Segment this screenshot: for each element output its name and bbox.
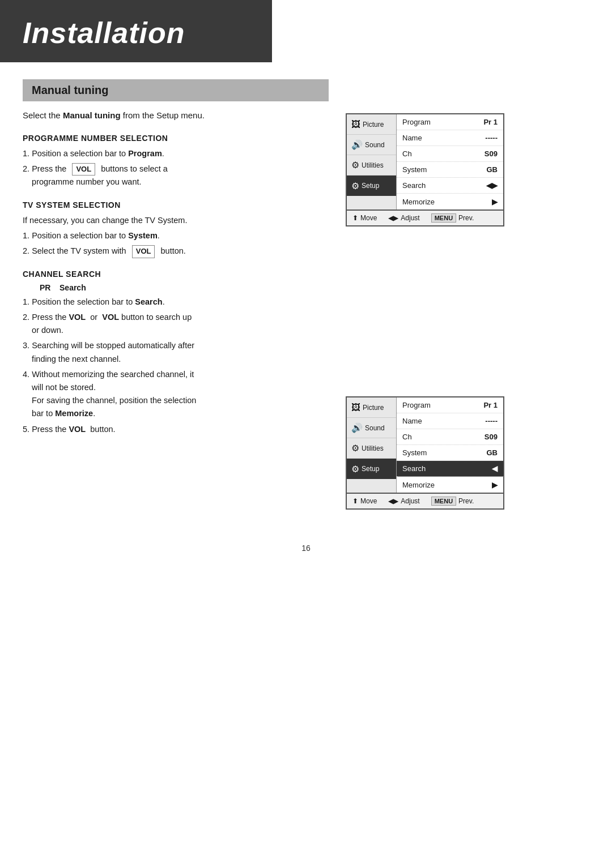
sidebar2-label-picture: Picture [363,404,384,412]
row-value-ch: S09 [484,149,498,158]
menu2-row-program: Program Pr 1 [397,397,503,413]
adjust2-arrow-icon: ◀▶ [388,497,398,505]
menu2-row-ch: Ch S09 [397,429,503,445]
move-arrow-icon: ⬆ [352,214,358,222]
subsection-title-channelsearch: CHANNEL SEARCH [23,270,329,279]
bottom-prev: MENU Prev. [431,213,474,223]
move-label: Move [360,214,377,222]
prev2-label: Prev. [458,497,474,505]
sidebar-label-setup: Setup [362,182,379,190]
subsection-channelsearch: CHANNEL SEARCH PR Search Position the se… [23,270,329,436]
adjust2-label: Adjust [401,497,419,505]
row2-value-system: GB [487,448,498,457]
menu2-row-system: System GB [397,445,503,461]
menu-key-icon: MENU [431,213,456,223]
sound-icon: 🔊 [351,139,363,150]
bottom2-move: ⬆ Move [352,497,377,505]
bottom2-prev: MENU Prev. [431,497,474,506]
menu2-row-name: Name ----- [397,413,503,429]
menu1-row-memorize: Memorize ▶ [397,194,503,209]
bottom-adjust: ◀▶ Adjust [388,214,419,222]
page-header: Installation [0,0,272,62]
adjust-arrow-icon: ◀▶ [388,214,398,222]
intro-text: Select the Manual tuning from the Setup … [23,109,329,122]
list-item: Press the VOL button. [23,423,329,436]
list-item: Position a selection bar to System. [23,229,329,242]
menu2-rows: Program Pr 1 Name ----- Ch S09 System [397,397,503,493]
menu1-row-system: System GB [397,162,503,178]
subsection-title-tvsystem: TV SYSTEM SELECTION [23,200,329,209]
sidebar-item-setup: ⚙ Setup [347,176,396,196]
sidebar-label-utilities: Utilities [362,161,384,169]
row2-label-memorize: Memorize [402,481,435,489]
sound2-icon: 🔊 [351,422,363,433]
bottom-move: ⬆ Move [352,214,377,222]
sidebar-item-utilities: ⚙ Utilities [347,155,396,176]
row-value-search: ◀▶ [486,181,498,190]
menu1-rows: Program Pr 1 Name ----- Ch S09 System [397,114,503,209]
sidebar2-item-sound: 🔊 Sound [347,418,396,438]
tvsystem-list: Position a selection bar to System. Sele… [23,229,329,258]
menu2-row-memorize: Memorize ▶ [397,477,503,493]
utilities-icon: ⚙ [351,160,359,170]
row2-value-search: ◀ [492,464,498,473]
prev-label: Prev. [458,214,474,222]
row2-label-name: Name [402,417,422,425]
intro-bold: Manual tuning [63,110,121,120]
tvsystem-para: If necessary, you can change the TV Syst… [23,214,329,227]
row2-label-ch: Ch [402,433,412,441]
utilities2-icon: ⚙ [351,443,359,454]
menu1-row-name: Name ----- [397,130,503,146]
row-value-memorize: ▶ [492,198,498,206]
menu-panel-1: 🖼 Picture 🔊 Sound ⚙ Utilities ⚙ [346,113,504,226]
row2-value-ch: S09 [484,433,498,441]
row2-label-program: Program [402,401,431,409]
subsection-tvsystem: TV SYSTEM SELECTION If necessary, you ca… [23,200,329,258]
list-item: Press the VOL buttons to select a progra… [23,163,329,189]
page-number: 16 [0,544,612,553]
list-item: Select the TV system with VOL button. [23,245,329,258]
row-label-program: Program [402,118,431,126]
row-label-memorize: Memorize [402,198,435,206]
right-column: 🖼 Picture 🔊 Sound ⚙ Utilities ⚙ [346,79,510,521]
row-value-system: GB [487,165,498,174]
menu1-row-program: Program Pr 1 [397,114,503,130]
page-title: Installation [23,16,249,50]
sidebar2-label-setup: Setup [362,465,379,473]
channelsearch-list: Position the selection bar to Search. Pr… [23,296,329,436]
row2-label-system: System [402,448,427,457]
sidebar2-label-utilities: Utilities [362,444,384,452]
setup2-icon: ⚙ [351,464,359,474]
row-label-ch: Ch [402,149,412,158]
list-item: Position the selection bar to Search. [23,296,329,309]
picture-icon: 🖼 [351,119,360,130]
left-column: Manual tuning Select the Manual tuning f… [23,79,329,521]
list-item: Searching will be stopped automatically … [23,339,329,365]
list-item: Position a selection bar to Program. [23,147,329,160]
sidebar2-item-setup: ⚙ Setup [347,459,396,479]
pr-search-label: PR Search [40,283,329,292]
sidebar-label-picture: Picture [363,121,384,129]
menu2-sidebar: 🖼 Picture 🔊 Sound ⚙ Utilities ⚙ [347,397,397,493]
list-item: Without memorizing the searched channel,… [23,368,329,421]
picture2-icon: 🖼 [351,403,360,413]
programme-list: Position a selection bar to Program. Pre… [23,147,329,189]
row-label-system: System [402,165,427,174]
row-label-name: Name [402,134,422,142]
move2-arrow-icon: ⬆ [352,497,358,505]
setup-icon: ⚙ [351,181,359,191]
row2-value-name: ----- [485,417,498,425]
move2-label: Move [360,497,377,505]
menu1-sidebar: 🖼 Picture 🔊 Sound ⚙ Utilities ⚙ [347,114,397,209]
sidebar-label-sound: Sound [365,141,385,149]
row2-value-program: Pr 1 [483,401,498,409]
bottom2-adjust: ◀▶ Adjust [388,497,419,505]
menu-panel-2: 🖼 Picture 🔊 Sound ⚙ Utilities ⚙ [346,396,504,510]
section-heading: Manual tuning [23,79,329,101]
menu2-row-search: Search ◀ [397,461,503,477]
menu2-key-icon: MENU [431,497,456,506]
row-value-name: ----- [485,134,498,142]
sidebar-item-sound: 🔊 Sound [347,135,396,155]
menu1-row-search: Search ◀▶ [397,178,503,194]
sidebar2-item-picture: 🖼 Picture [347,397,396,418]
